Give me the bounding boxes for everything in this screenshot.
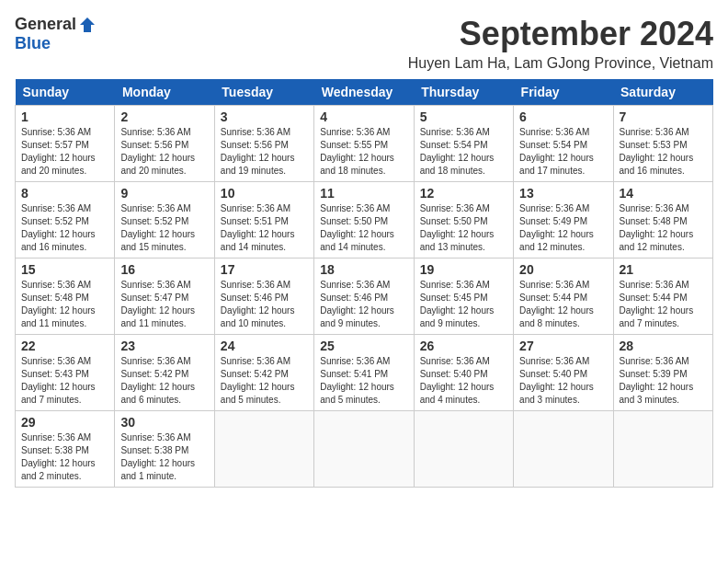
table-row: 8 Sunrise: 5:36 AMSunset: 5:52 PMDayligh… — [16, 182, 115, 259]
day-info: Sunrise: 5:36 AMSunset: 5:42 PMDaylight:… — [120, 356, 195, 405]
day-info: Sunrise: 5:36 AMSunset: 5:42 PMDaylight:… — [221, 356, 295, 405]
header-thursday: Thursday — [414, 79, 513, 106]
day-info: Sunrise: 5:36 AMSunset: 5:51 PMDaylight:… — [221, 203, 295, 252]
table-row: 12 Sunrise: 5:36 AMSunset: 5:50 PMDaylig… — [414, 182, 513, 259]
title-area: September 2024 Huyen Lam Ha, Lam GJong P… — [115, 15, 713, 72]
table-row: 30 Sunrise: 5:36 AMSunset: 5:38 PMDaylig… — [115, 411, 214, 488]
day-number: 29 — [21, 415, 108, 430]
table-row: 14 Sunrise: 5:36 AMSunset: 5:48 PMDaylig… — [613, 182, 712, 259]
day-number: 27 — [519, 339, 607, 353]
header-tuesday: Tuesday — [214, 79, 313, 106]
day-info: Sunrise: 5:36 AMSunset: 5:46 PMDaylight:… — [320, 280, 394, 328]
day-info: Sunrise: 5:36 AMSunset: 5:48 PMDaylight:… — [21, 280, 96, 328]
table-row: 17 Sunrise: 5:36 AMSunset: 5:46 PMDaylig… — [214, 259, 313, 335]
day-info: Sunrise: 5:36 AMSunset: 5:38 PMDaylight:… — [21, 432, 96, 481]
table-row: 18 Sunrise: 5:36 AMSunset: 5:46 PMDaylig… — [314, 259, 414, 335]
table-row: 4 Sunrise: 5:36 AMSunset: 5:55 PMDayligh… — [314, 106, 414, 182]
day-number: 16 — [120, 262, 208, 277]
day-number: 21 — [620, 262, 707, 277]
calendar-table: Sunday Monday Tuesday Wednesday Thursday… — [15, 79, 713, 488]
day-number: 6 — [519, 109, 607, 124]
day-number: 5 — [420, 109, 507, 124]
table-row: 27 Sunrise: 5:36 AMSunset: 5:40 PMDaylig… — [514, 335, 613, 411]
day-info: Sunrise: 5:36 AMSunset: 5:41 PMDaylight:… — [320, 356, 394, 405]
table-row — [214, 411, 313, 488]
table-row: 13 Sunrise: 5:36 AMSunset: 5:49 PMDaylig… — [514, 182, 613, 259]
table-row: 6 Sunrise: 5:36 AMSunset: 5:54 PMDayligh… — [514, 106, 613, 182]
table-row: 20 Sunrise: 5:36 AMSunset: 5:44 PMDaylig… — [514, 259, 613, 335]
day-info: Sunrise: 5:36 AMSunset: 5:40 PMDaylight:… — [420, 356, 495, 405]
day-number: 3 — [221, 109, 308, 124]
calendar-row: 15 Sunrise: 5:36 AMSunset: 5:48 PMDaylig… — [16, 259, 713, 335]
day-info: Sunrise: 5:36 AMSunset: 5:57 PMDaylight:… — [21, 127, 96, 176]
day-number: 14 — [620, 186, 707, 201]
calendar-row: 29 Sunrise: 5:36 AMSunset: 5:38 PMDaylig… — [16, 411, 713, 488]
table-row: 2 Sunrise: 5:36 AMSunset: 5:56 PMDayligh… — [115, 106, 214, 182]
day-info: Sunrise: 5:36 AMSunset: 5:43 PMDaylight:… — [21, 356, 96, 405]
table-row: 22 Sunrise: 5:36 AMSunset: 5:43 PMDaylig… — [16, 335, 115, 411]
day-number: 28 — [620, 339, 707, 353]
day-number: 11 — [320, 186, 407, 201]
day-number: 1 — [21, 109, 108, 124]
header: General Blue September 2024 Huyen Lam Ha… — [15, 15, 713, 72]
day-info: Sunrise: 5:36 AMSunset: 5:45 PMDaylight:… — [420, 280, 495, 328]
table-row: 21 Sunrise: 5:36 AMSunset: 5:44 PMDaylig… — [613, 259, 712, 335]
day-info: Sunrise: 5:36 AMSunset: 5:49 PMDaylight:… — [519, 203, 594, 252]
day-info: Sunrise: 5:36 AMSunset: 5:46 PMDaylight:… — [221, 280, 295, 328]
day-number: 2 — [120, 109, 208, 124]
day-info: Sunrise: 5:36 AMSunset: 5:54 PMDaylight:… — [420, 127, 495, 176]
table-row: 10 Sunrise: 5:36 AMSunset: 5:51 PMDaylig… — [214, 182, 313, 259]
table-row: 3 Sunrise: 5:36 AMSunset: 5:56 PMDayligh… — [214, 106, 313, 182]
day-info: Sunrise: 5:36 AMSunset: 5:55 PMDaylight:… — [320, 127, 394, 176]
table-row — [314, 411, 414, 488]
month-title: September 2024 — [115, 15, 713, 53]
calendar-row: 8 Sunrise: 5:36 AMSunset: 5:52 PMDayligh… — [16, 182, 713, 259]
header-friday: Friday — [514, 79, 613, 106]
day-info: Sunrise: 5:36 AMSunset: 5:44 PMDaylight:… — [519, 280, 594, 328]
table-row: 23 Sunrise: 5:36 AMSunset: 5:42 PMDaylig… — [115, 335, 214, 411]
table-row: 24 Sunrise: 5:36 AMSunset: 5:42 PMDaylig… — [214, 335, 313, 411]
day-info: Sunrise: 5:36 AMSunset: 5:47 PMDaylight:… — [120, 280, 195, 328]
table-row — [613, 411, 712, 488]
day-number: 18 — [320, 262, 407, 277]
svg-marker-0 — [80, 17, 95, 32]
day-info: Sunrise: 5:36 AMSunset: 5:38 PMDaylight:… — [120, 432, 195, 481]
header-saturday: Saturday — [613, 79, 712, 106]
day-info: Sunrise: 5:36 AMSunset: 5:56 PMDaylight:… — [120, 127, 195, 176]
day-info: Sunrise: 5:36 AMSunset: 5:50 PMDaylight:… — [420, 203, 495, 252]
day-number: 7 — [620, 109, 707, 124]
logo-general: General — [15, 15, 76, 34]
day-number: 15 — [21, 262, 108, 277]
day-number: 4 — [320, 109, 407, 124]
day-info: Sunrise: 5:36 AMSunset: 5:40 PMDaylight:… — [519, 356, 594, 405]
logo-icon — [78, 16, 97, 34]
day-number: 13 — [519, 186, 607, 201]
day-number: 20 — [519, 262, 607, 277]
table-row: 9 Sunrise: 5:36 AMSunset: 5:52 PMDayligh… — [115, 182, 214, 259]
day-info: Sunrise: 5:36 AMSunset: 5:52 PMDaylight:… — [21, 203, 96, 252]
day-number: 8 — [21, 186, 108, 201]
day-number: 26 — [420, 339, 507, 353]
day-info: Sunrise: 5:36 AMSunset: 5:54 PMDaylight:… — [519, 127, 594, 176]
header-monday: Monday — [115, 79, 214, 106]
table-row: 26 Sunrise: 5:36 AMSunset: 5:40 PMDaylig… — [414, 335, 513, 411]
table-row: 16 Sunrise: 5:36 AMSunset: 5:47 PMDaylig… — [115, 259, 214, 335]
table-row — [414, 411, 513, 488]
day-info: Sunrise: 5:36 AMSunset: 5:44 PMDaylight:… — [620, 280, 694, 328]
table-row: 5 Sunrise: 5:36 AMSunset: 5:54 PMDayligh… — [414, 106, 513, 182]
table-row: 7 Sunrise: 5:36 AMSunset: 5:53 PMDayligh… — [613, 106, 712, 182]
day-number: 19 — [420, 262, 507, 277]
day-number: 24 — [221, 339, 308, 353]
table-row: 1 Sunrise: 5:36 AMSunset: 5:57 PMDayligh… — [16, 106, 115, 182]
day-number: 30 — [120, 415, 208, 430]
day-number: 25 — [320, 339, 407, 353]
day-number: 23 — [120, 339, 208, 353]
logo-blue: Blue — [15, 34, 51, 53]
table-row: 15 Sunrise: 5:36 AMSunset: 5:48 PMDaylig… — [16, 259, 115, 335]
table-row: 25 Sunrise: 5:36 AMSunset: 5:41 PMDaylig… — [314, 335, 414, 411]
day-number: 22 — [21, 339, 108, 353]
header-wednesday: Wednesday — [314, 79, 414, 106]
day-info: Sunrise: 5:36 AMSunset: 5:48 PMDaylight:… — [620, 203, 694, 252]
day-info: Sunrise: 5:36 AMSunset: 5:56 PMDaylight:… — [221, 127, 295, 176]
day-info: Sunrise: 5:36 AMSunset: 5:52 PMDaylight:… — [120, 203, 195, 252]
